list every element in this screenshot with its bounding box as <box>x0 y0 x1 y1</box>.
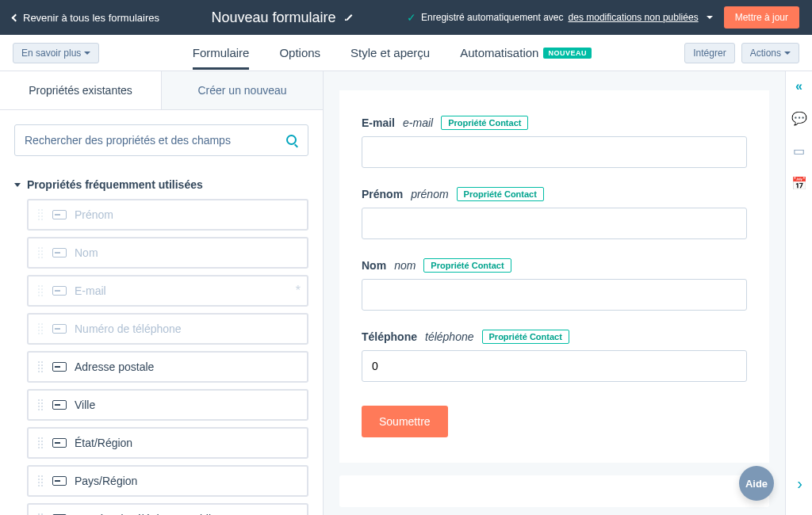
window-icon[interactable]: ▭ <box>793 143 805 158</box>
form-preview: E-mail e-mailPropriété ContactPrénom pré… <box>339 90 769 463</box>
item-label: Pays/Région <box>75 475 137 487</box>
field-label: Nom <box>362 259 386 272</box>
caret-down-icon[interactable] <box>707 16 713 19</box>
changes-link[interactable]: des modifications non publiées <box>569 12 699 23</box>
right-rail: » 💬 ▭ 📅 <box>785 71 812 515</box>
item-label: Nom <box>75 246 98 259</box>
calendar-icon[interactable]: 📅 <box>791 176 807 191</box>
field-input[interactable] <box>362 279 747 311</box>
form-field: E-mail e-mailPropriété Contact <box>362 116 747 168</box>
saved-prefix: Enregistré automatiquement avec <box>421 12 563 23</box>
main-canvas: E-mail e-mailPropriété ContactPrénom pré… <box>324 71 785 515</box>
item-label: État/Région <box>75 437 132 449</box>
required-icon: * <box>296 284 301 298</box>
autosave-status: ✓ Enregistré automatiquement avec des mo… <box>407 11 713 24</box>
tab-automation[interactable]: Automatisation NOUVEAU <box>460 36 592 69</box>
caret-down-icon <box>784 52 791 55</box>
item-label: Numéro de téléphone <box>75 322 182 335</box>
chevron-right-icon[interactable]: › <box>797 475 802 493</box>
search-icon[interactable] <box>286 135 298 147</box>
embed-button[interactable]: Intégrer <box>684 43 734 63</box>
field-icon <box>52 248 67 258</box>
field-input[interactable] <box>362 350 747 382</box>
caret-down-icon <box>84 52 90 55</box>
field-icon <box>52 438 67 448</box>
menubar-right: Intégrer Actions <box>684 43 799 63</box>
field-input[interactable] <box>362 136 747 168</box>
items-list: PrénomNomE-mail*Numéro de téléphoneAdres… <box>14 199 308 515</box>
badge-new: NOUVEAU <box>543 48 592 59</box>
sidebar: Propriétés existantes Créer un nouveau P… <box>0 71 324 515</box>
learn-more-dropdown[interactable]: En savoir plus <box>13 43 99 63</box>
field-label: E-mail <box>362 116 395 129</box>
item-label: Ville <box>75 399 95 411</box>
bottom-panel <box>339 475 769 507</box>
form-field: Téléphone téléphonePropriété Contact <box>362 330 747 382</box>
back-link[interactable]: Revenir à tous les formulaires <box>13 12 159 24</box>
list-item: Prénom <box>27 199 308 231</box>
field-icon <box>52 362 67 372</box>
subtab-existing[interactable]: Propriétés existantes <box>0 71 162 109</box>
item-label: Prénom <box>75 208 113 221</box>
search-input[interactable] <box>25 134 286 147</box>
item-label: E-mail <box>75 284 106 297</box>
subtab-create[interactable]: Créer un nouveau <box>162 71 323 109</box>
list-item[interactable]: Ville <box>27 389 308 421</box>
list-item[interactable]: Pays/Région <box>27 465 308 497</box>
field-icon <box>52 400 67 410</box>
form-field: Prénom prénomPropriété Contact <box>362 187 747 239</box>
menubar: En savoir plus Formulaire Options Style … <box>0 35 812 71</box>
property-tag: Propriété Contact <box>423 258 511 273</box>
group-header[interactable]: Propriétés fréquemment utilisées <box>14 170 308 199</box>
field-icon <box>52 476 67 486</box>
actions-dropdown[interactable]: Actions <box>741 43 799 63</box>
property-tag: Propriété Contact <box>457 187 544 201</box>
tab-style[interactable]: Style et aperçu <box>350 36 430 69</box>
collapse-icon[interactable]: » <box>795 79 802 93</box>
field-icon <box>52 324 67 334</box>
search-box[interactable] <box>14 124 308 156</box>
field-var: téléphone <box>425 330 474 343</box>
list-item: Nom <box>27 237 308 269</box>
list-item: Numéro de téléphone <box>27 313 308 345</box>
group-title: Propriétés fréquemment utilisées <box>27 178 203 191</box>
back-label: Revenir à tous les formulaires <box>23 12 159 24</box>
field-input[interactable] <box>362 208 747 239</box>
property-tag: Propriété Contact <box>482 330 569 344</box>
list-item[interactable]: Adresse postale <box>27 351 308 383</box>
field-label: Téléphone <box>362 330 417 343</box>
search-wrap <box>0 110 323 170</box>
property-group: Propriétés fréquemment utilisées PrénomN… <box>0 170 323 515</box>
main-tabs: Formulaire Options Style et aperçu Autom… <box>115 36 668 69</box>
update-button[interactable]: Mettre à jour <box>724 6 799 29</box>
field-icon <box>52 286 67 296</box>
pencil-icon[interactable] <box>344 12 355 23</box>
submit-button[interactable]: Soumettre <box>362 406 448 437</box>
list-item: E-mail* <box>27 275 308 307</box>
field-label: Prénom <box>362 188 403 200</box>
chat-icon[interactable]: 💬 <box>791 111 807 126</box>
tab-options[interactable]: Options <box>279 36 320 69</box>
field-var: prénom <box>411 188 448 200</box>
list-item[interactable]: État/Région <box>27 427 308 459</box>
form-title: Nouveau formulaire <box>211 10 335 26</box>
chevron-down-icon <box>14 183 21 187</box>
property-tag: Propriété Contact <box>441 116 528 130</box>
tab-form[interactable]: Formulaire <box>193 36 250 69</box>
list-item[interactable]: Numéro de téléphone mobile <box>27 503 308 515</box>
form-field: Nom nomPropriété Contact <box>362 258 747 311</box>
check-icon: ✓ <box>407 11 416 24</box>
top-center: Nouveau formulaire <box>170 10 396 26</box>
field-icon <box>52 210 67 219</box>
help-button[interactable]: Aide <box>739 466 774 501</box>
field-var: nom <box>394 259 416 272</box>
item-label: Adresse postale <box>75 360 154 373</box>
content: Propriétés existantes Créer un nouveau P… <box>0 71 812 515</box>
sidebar-tabs: Propriétés existantes Créer un nouveau <box>0 71 323 110</box>
topbar: Revenir à tous les formulaires Nouveau f… <box>0 0 812 35</box>
chevron-left-icon <box>12 13 20 21</box>
field-var: e-mail <box>403 116 433 129</box>
